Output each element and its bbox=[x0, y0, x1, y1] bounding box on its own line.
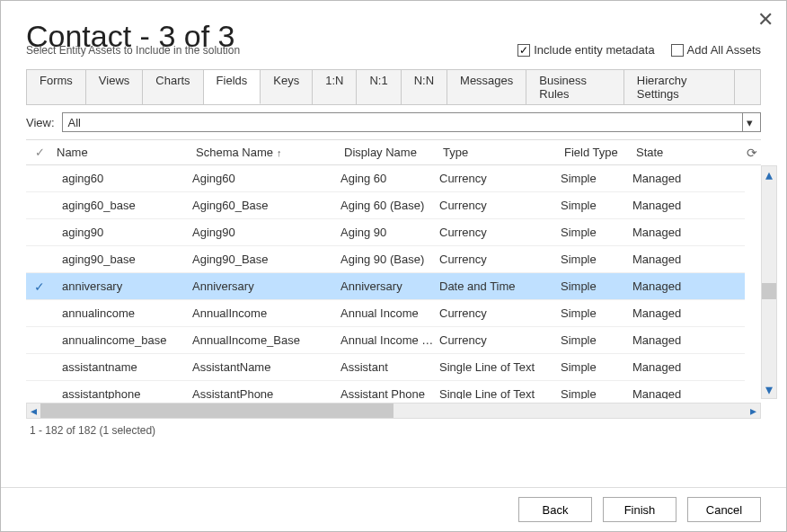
chevron-down-icon: ▾ bbox=[742, 113, 756, 131]
table-row[interactable]: ✓assistantnameAssistantNameAssistantSing… bbox=[26, 354, 745, 381]
close-icon[interactable]: ✕ bbox=[757, 8, 774, 31]
add-all-assets-checkbox[interactable]: Add All Assets bbox=[671, 43, 761, 57]
cell-schema: Aging60 bbox=[192, 172, 340, 185]
cell-state: Managed bbox=[632, 279, 718, 293]
cell-name: aging90 bbox=[53, 226, 192, 239]
tab-fields[interactable]: Fields bbox=[204, 70, 261, 104]
cell-state: Managed bbox=[632, 387, 718, 399]
cell-type: Currency bbox=[439, 172, 561, 185]
cancel-button[interactable]: Cancel bbox=[687, 497, 761, 522]
include-metadata-checkbox[interactable]: Include entity metadata bbox=[517, 43, 654, 57]
cell-display: Annual Income (... bbox=[340, 333, 439, 347]
cell-display: Anniversary bbox=[340, 279, 439, 293]
cell-fieldtype: Simple bbox=[561, 253, 632, 266]
cell-type: Currency bbox=[439, 306, 561, 320]
cell-type: Currency bbox=[439, 333, 561, 347]
cell-state: Managed bbox=[632, 360, 718, 374]
checkbox-icon bbox=[517, 44, 530, 57]
cell-schema: Aging60_Base bbox=[192, 199, 340, 212]
select-all-checkbox[interactable]: ✓ bbox=[26, 146, 53, 159]
table-row[interactable]: ✓aging60_baseAging60_BaseAging 60 (Base)… bbox=[26, 192, 745, 219]
tab-business-rules[interactable]: Business Rules bbox=[526, 70, 623, 104]
cell-display: Aging 90 (Base) bbox=[340, 253, 439, 266]
cell-display: Assistant Phone bbox=[340, 387, 439, 399]
cell-state: Managed bbox=[632, 306, 718, 320]
cell-state: Managed bbox=[632, 333, 718, 347]
back-button[interactable]: Back bbox=[518, 497, 592, 522]
tab-keys[interactable]: Keys bbox=[261, 70, 313, 104]
table-row[interactable]: ✓aging90Aging90Aging 90CurrencySimpleMan… bbox=[26, 219, 745, 246]
cell-name: aging60_base bbox=[53, 199, 192, 212]
cell-schema: AnnualIncome_Base bbox=[192, 333, 340, 347]
dialog-footer: Back Finish Cancel bbox=[1, 487, 786, 531]
cell-state: Managed bbox=[632, 253, 718, 266]
cell-schema: Anniversary bbox=[192, 279, 340, 293]
scroll-left-icon[interactable]: ◂ bbox=[27, 403, 40, 418]
table-row[interactable]: ✓anniversaryAnniversaryAnniversaryDate a… bbox=[26, 273, 745, 300]
cell-schema: AssistantPhone bbox=[192, 387, 340, 399]
page-subtitle: Select Entity Assets to Include in the s… bbox=[26, 44, 240, 57]
cell-fieldtype: Simple bbox=[561, 226, 632, 239]
table-row[interactable]: ✓aging90_baseAging90_BaseAging 90 (Base)… bbox=[26, 246, 745, 273]
cell-display: Aging 60 bbox=[340, 172, 439, 185]
cell-state: Managed bbox=[632, 226, 718, 239]
status-text: 1 - 182 of 182 (1 selected) bbox=[26, 419, 761, 442]
column-header-fieldtype[interactable]: Field Type bbox=[561, 146, 632, 159]
table-row[interactable]: ✓assistantphoneAssistantPhoneAssistant P… bbox=[26, 381, 745, 399]
column-header-type[interactable]: Type bbox=[439, 146, 561, 159]
view-select-value: All bbox=[68, 116, 81, 129]
cell-type: Currency bbox=[439, 226, 561, 239]
vertical-scrollbar[interactable]: ▴ ▾ bbox=[761, 165, 777, 399]
cell-schema: Aging90 bbox=[192, 226, 340, 239]
tab-n-1[interactable]: N:1 bbox=[357, 70, 401, 104]
view-label: View: bbox=[26, 116, 55, 129]
cell-state: Managed bbox=[632, 199, 718, 212]
cell-name: aging60 bbox=[53, 172, 192, 185]
scroll-right-icon[interactable]: ▸ bbox=[747, 403, 760, 418]
cell-type: Currency bbox=[439, 253, 561, 266]
cell-fieldtype: Simple bbox=[561, 306, 632, 320]
tab-bar: FormsViewsChartsFieldsKeys1:NN:1N:NMessa… bbox=[26, 69, 761, 105]
cell-schema: Aging90_Base bbox=[192, 253, 340, 266]
tab-1-n[interactable]: 1:N bbox=[313, 70, 357, 104]
tab-spacer bbox=[735, 70, 760, 104]
tab-charts[interactable]: Charts bbox=[143, 70, 203, 104]
scroll-up-icon[interactable]: ▴ bbox=[765, 166, 773, 183]
cell-display: Annual Income bbox=[340, 306, 439, 320]
column-header-schema[interactable]: Schema Name bbox=[192, 146, 340, 159]
cell-fieldtype: Simple bbox=[561, 172, 632, 185]
tab-forms[interactable]: Forms bbox=[27, 70, 86, 104]
finish-button[interactable]: Finish bbox=[603, 497, 676, 522]
tab-n-n[interactable]: N:N bbox=[402, 70, 447, 104]
tab-views[interactable]: Views bbox=[86, 70, 143, 104]
table-row[interactable]: ✓aging60Aging60Aging 60CurrencySimpleMan… bbox=[26, 165, 745, 192]
horizontal-scrollbar[interactable]: ◂ ▸ bbox=[26, 403, 761, 419]
cell-name: anniversary bbox=[53, 279, 192, 293]
cell-name: annualincome_base bbox=[53, 333, 192, 347]
include-metadata-label: Include entity metadata bbox=[534, 43, 654, 57]
table-row[interactable]: ✓annualincome_baseAnnualIncome_BaseAnnua… bbox=[26, 327, 745, 354]
tab-hierarchy-settings[interactable]: Hierarchy Settings bbox=[624, 70, 735, 104]
cell-type: Single Line of Text bbox=[439, 360, 561, 374]
tab-messages[interactable]: Messages bbox=[447, 70, 526, 104]
scroll-down-icon[interactable]: ▾ bbox=[765, 381, 773, 398]
cell-type: Date and Time bbox=[439, 279, 561, 293]
cell-display: Assistant bbox=[340, 360, 439, 374]
view-select[interactable]: All ▾ bbox=[62, 112, 761, 132]
cell-fieldtype: Simple bbox=[561, 360, 632, 374]
cell-name: aging90_base bbox=[53, 253, 192, 266]
column-header-display[interactable]: Display Name bbox=[340, 146, 439, 159]
cell-schema: AssistantName bbox=[192, 360, 340, 374]
checkbox-icon bbox=[671, 44, 684, 57]
cell-display: Aging 90 bbox=[340, 226, 439, 239]
column-header-state[interactable]: State bbox=[632, 146, 718, 159]
scrollbar-thumb[interactable] bbox=[762, 283, 776, 299]
column-header-name[interactable]: Name bbox=[53, 146, 192, 159]
cell-type: Single Line of Text bbox=[439, 387, 561, 399]
cell-type: Currency bbox=[439, 199, 561, 212]
cell-state: Managed bbox=[632, 172, 718, 185]
refresh-icon[interactable]: ⟳ bbox=[747, 146, 757, 160]
scrollbar-thumb[interactable] bbox=[40, 403, 394, 418]
add-all-assets-label: Add All Assets bbox=[687, 43, 761, 57]
table-row[interactable]: ✓annualincomeAnnualIncomeAnnual IncomeCu… bbox=[26, 300, 745, 327]
